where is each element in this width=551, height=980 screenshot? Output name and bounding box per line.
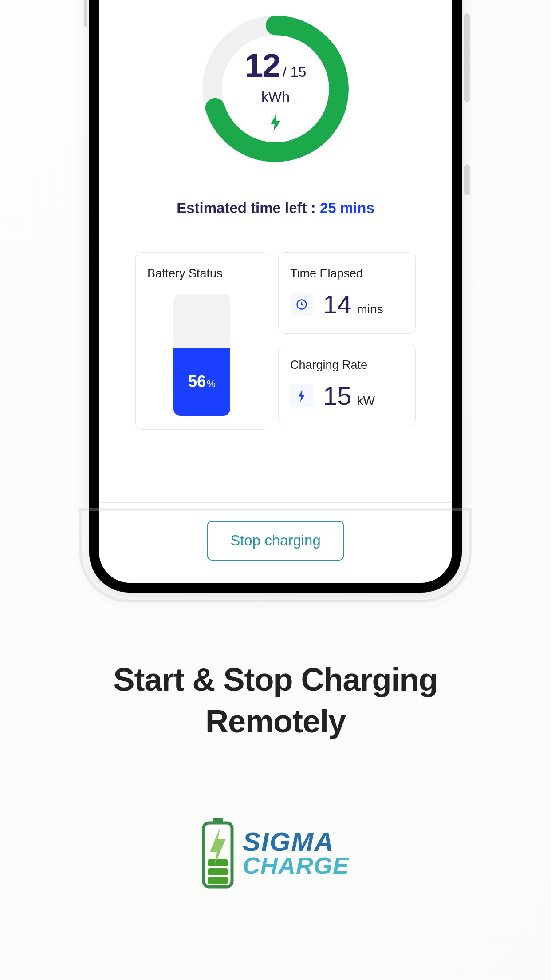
phone-side-button: [84, 0, 87, 27]
card-title: Battery Status: [147, 267, 256, 281]
battery-indicator: 56%: [173, 294, 230, 416]
card-title: Time Elapsed: [290, 267, 404, 281]
gauge-readout: 12 / 15 kWh: [245, 46, 307, 132]
eta-label: Estimated time left :: [177, 200, 320, 216]
bolt-icon: [290, 384, 313, 407]
logo-word-top: SIGMA: [243, 829, 349, 854]
gauge-unit: kWh: [261, 89, 290, 105]
card-title: Charging Rate: [290, 358, 404, 372]
logo-battery-icon: [202, 818, 234, 889]
rate-value: 15: [323, 381, 352, 411]
action-footer: Stop charging: [99, 502, 452, 583]
svg-rect-6: [208, 868, 228, 875]
battery-percent: 56%: [188, 372, 216, 391]
phone-side-button: [464, 13, 470, 102]
main-content: 12 / 15 kWh Estimated time left : 25 min…: [99, 0, 452, 502]
gauge-value: 12: [245, 46, 280, 84]
logo-text: SIGMA CHARGE: [243, 829, 349, 877]
battery-fill: 56%: [173, 348, 230, 416]
charging-rate-card: Charging Rate 15 kW: [278, 344, 416, 425]
svg-rect-7: [208, 877, 228, 884]
brand-logo: SIGMA CHARGE: [202, 818, 349, 889]
logo-word-bottom: CHARGE: [243, 854, 349, 877]
clock-icon: [290, 293, 313, 316]
phone-side-button: [464, 164, 470, 195]
stat-cards: Battery Status 56% Time Elapsed: [135, 252, 416, 430]
lightning-icon: [269, 114, 282, 132]
time-elapsed-card: Time Elapsed 14 mins: [278, 252, 416, 334]
rate-unit: kW: [357, 394, 375, 408]
phone-frame: 12 / 15 kWh Estimated time left : 25 min…: [89, 0, 462, 593]
elapsed-unit: mins: [357, 302, 383, 316]
charging-gauge: 12 / 15 kWh: [200, 13, 351, 164]
elapsed-value: 14: [323, 289, 352, 319]
battery-status-card: Battery Status 56%: [135, 252, 268, 430]
stop-charging-button[interactable]: Stop charging: [207, 521, 344, 561]
phone-mockup: 12 / 15 kWh Estimated time left : 25 min…: [89, 0, 462, 593]
gauge-total: / 15: [283, 64, 306, 80]
app-screen: 12 / 15 kWh Estimated time left : 25 min…: [99, 0, 452, 583]
eta-text: Estimated time left : 25 mins: [177, 200, 374, 217]
eta-value: 25 mins: [320, 200, 374, 216]
marketing-headline: Start & Stop Charging Remotely: [114, 659, 438, 742]
svg-rect-5: [208, 859, 228, 866]
